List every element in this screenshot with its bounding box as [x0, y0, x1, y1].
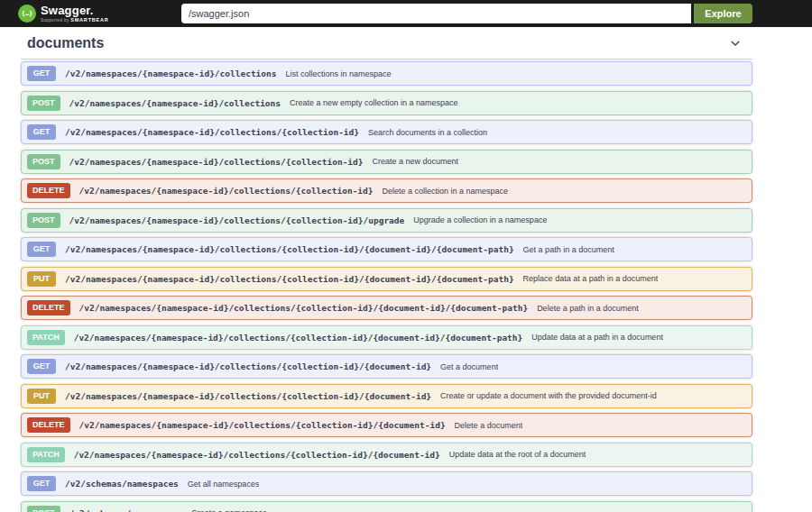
method-badge: GET	[27, 476, 56, 491]
operation-description: Delete a document	[455, 421, 523, 430]
operation-description: Create a new document	[373, 157, 459, 166]
method-badge: DELETE	[27, 183, 70, 198]
method-badge: PUT	[27, 389, 56, 404]
swagger-logo[interactable]: {…} Swagger. Supported by SMARTBEAR	[18, 5, 109, 23]
operation-description: Create or update a document with the pro…	[440, 391, 657, 400]
operation-description: Update data at a path in a document	[531, 333, 663, 342]
operation-row-put[interactable]: PUT /v2/namespaces/{namespace-id}/collec…	[21, 267, 752, 291]
swagger-logo-text: Swagger. Supported by SMARTBEAR	[41, 5, 109, 23]
operation-description: Search documents in a collection	[368, 128, 487, 137]
operation-path: /v2/namespaces/{namespace-id}/collection…	[65, 127, 359, 137]
operation-row-post[interactable]: POST /v2/schemas/namespaces Create a nam…	[21, 501, 752, 512]
tag-title-documents[interactable]: documents	[27, 35, 104, 51]
operation-path: /v2/namespaces/{namespace-id}/collection…	[79, 303, 529, 313]
operation-description: Get all namespaces	[188, 480, 260, 489]
tag-section-header: documents	[21, 27, 752, 59]
swagger-logo-subtitle: Supported by SMARTBEAR	[41, 18, 109, 23]
swagger-brackets-glyph: {…}	[22, 11, 33, 17]
operations-list: GET /v2/namespaces/{namespace-id}/collec…	[21, 59, 752, 512]
operation-row-put[interactable]: PUT /v2/namespaces/{namespace-id}/collec…	[21, 384, 752, 408]
operation-path: /v2/namespaces/{namespace-id}/collection…	[79, 186, 374, 196]
operation-row-patch[interactable]: PATCH /v2/namespaces/{namespace-id}/coll…	[21, 325, 752, 350]
operation-row-post[interactable]: POST /v2/namespaces/{namespace-id}/colle…	[21, 208, 752, 233]
explore-button[interactable]: Explore	[694, 4, 752, 23]
method-badge: DELETE	[27, 300, 70, 315]
operation-row-post[interactable]: POST /v2/namespaces/{namespace-id}/colle…	[21, 91, 752, 115]
operation-description: Get a path in a document	[523, 245, 614, 254]
operation-description: Delete a collection in a namespace	[383, 187, 509, 196]
operation-path: /v2/namespaces/{namespace-id}/collection…	[65, 244, 514, 254]
operation-row-delete[interactable]: DELETE /v2/namespaces/{namespace-id}/col…	[21, 178, 752, 203]
method-badge: POST	[27, 506, 60, 512]
operation-path: /v2/schemas/namespaces	[65, 479, 179, 489]
method-badge: POST	[27, 154, 60, 169]
smartbear-label: SMARTBEAR	[70, 17, 108, 23]
operation-row-get[interactable]: GET /v2/namespaces/{namespace-id}/collec…	[21, 61, 752, 86]
operation-row-post[interactable]: POST /v2/namespaces/{namespace-id}/colle…	[21, 150, 752, 174]
operation-path: /v2/namespaces/{namespace-id}/collection…	[65, 391, 431, 401]
swagger-logo-icon: {…}	[18, 5, 36, 23]
method-badge: PATCH	[27, 330, 65, 345]
operation-path: /v2/namespaces/{namespace-id}/collection…	[69, 157, 364, 167]
operation-description: Get a document	[440, 362, 498, 371]
method-badge: GET	[27, 124, 56, 140]
operation-row-delete[interactable]: DELETE /v2/namespaces/{namespace-id}/col…	[21, 296, 752, 320]
operation-path: /v2/namespaces/{namespace-id}/collection…	[65, 274, 514, 284]
api-wrapper: documents GET /v2/namespaces/{namespace-…	[0, 27, 812, 512]
operation-row-get[interactable]: GET /v2/namespaces/{namespace-id}/collec…	[21, 354, 752, 379]
operation-description: Update data at the root of a document	[449, 450, 586, 459]
spec-url-input[interactable]	[181, 4, 691, 23]
supported-by-label: Supported by	[41, 18, 70, 23]
operation-description: Create a new empty collection in a names…	[290, 98, 458, 107]
operation-description: Delete a path in a document	[537, 304, 639, 313]
operation-path: /v2/schemas/namespaces	[69, 508, 183, 512]
operation-row-delete[interactable]: DELETE /v2/namespaces/{namespace-id}/col…	[21, 413, 752, 437]
download-url-wrapper: Explore	[181, 4, 752, 23]
operation-path: /v2/namespaces/{namespace-id}/collection…	[69, 215, 405, 225]
method-badge: POST	[27, 96, 60, 111]
operation-row-get[interactable]: GET /v2/namespaces/{namespace-id}/collec…	[21, 120, 752, 144]
operation-row-patch[interactable]: PATCH /v2/namespaces/{namespace-id}/coll…	[21, 443, 752, 467]
operation-path: /v2/namespaces/{namespace-id}/collection…	[74, 333, 523, 343]
method-badge: PATCH	[27, 447, 65, 462]
operation-description: Upgrade a collection in a namespace	[413, 215, 547, 224]
operation-path: /v2/namespaces/{namespace-id}/collection…	[65, 69, 277, 78]
method-badge: GET	[27, 359, 56, 374]
operation-description: List collections in namespace	[286, 69, 392, 78]
topbar: {…} Swagger. Supported by SMARTBEAR Expl…	[0, 0, 812, 27]
chevron-down-icon[interactable]	[727, 35, 743, 51]
operation-row-get[interactable]: GET /v2/namespaces/{namespace-id}/collec…	[21, 237, 752, 261]
method-badge: GET	[27, 66, 56, 81]
operation-row-get[interactable]: GET /v2/schemas/namespaces Get all names…	[21, 471, 752, 496]
operation-path: /v2/namespaces/{namespace-id}/collection…	[69, 98, 281, 108]
operation-path: /v2/namespaces/{namespace-id}/collection…	[74, 450, 440, 460]
operation-path: /v2/namespaces/{namespace-id}/collection…	[65, 361, 431, 371]
method-badge: GET	[27, 242, 56, 257]
swagger-logo-title: Swagger.	[41, 5, 109, 16]
operation-path: /v2/namespaces/{namespace-id}/collection…	[79, 420, 446, 430]
operation-description: Replace data at a path in a document	[523, 274, 659, 283]
method-badge: DELETE	[27, 417, 70, 433]
operation-description: Create a namespace	[191, 508, 267, 512]
method-badge: PUT	[27, 271, 56, 287]
method-badge: POST	[27, 213, 60, 228]
